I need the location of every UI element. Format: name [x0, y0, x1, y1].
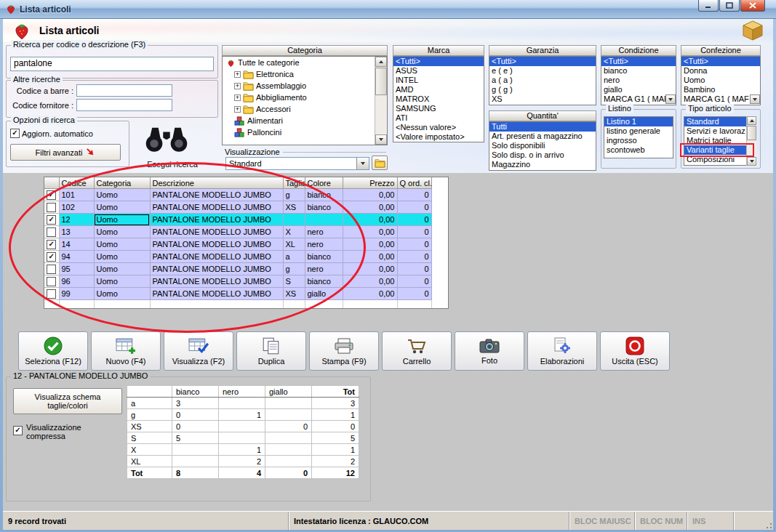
list-item[interactable]: Matrici taglie	[684, 136, 746, 145]
list-item[interactable]: SAMSUNG	[393, 104, 484, 113]
list-item[interactable]: bianco	[601, 66, 676, 76]
column-header-colore[interactable]: Colore	[305, 177, 343, 189]
seleziona-button[interactable]: Seleziona (F12)	[18, 331, 88, 371]
marca-list[interactable]: <Tutti> ASUS INTEL AMD MATROX SAMSUNG AT…	[393, 56, 484, 142]
expand-icon[interactable]: +	[234, 83, 241, 89]
list-item[interactable]: Servizi e lavoraz	[684, 126, 746, 136]
open-folder-button[interactable]	[372, 156, 388, 170]
expand-icon[interactable]: +	[234, 106, 241, 113]
foto-button[interactable]: Foto	[455, 331, 524, 371]
condizione-dropdown-button[interactable]	[665, 94, 676, 104]
visualizza-button[interactable]: Visualizza (F2)	[164, 331, 233, 371]
list-item[interactable]: scontoweb	[604, 145, 673, 155]
column-header-descrizione[interactable]: Descrizione	[150, 177, 283, 189]
checkbox-column-header[interactable]	[44, 177, 59, 189]
list-item[interactable]: MATROX	[393, 94, 484, 104]
carrello-button[interactable]: Carrello	[382, 331, 452, 371]
table-row[interactable]: 96 Uomo PANTALONE MODELLO JUMBO S bianco…	[44, 275, 431, 288]
elaborazioni-button[interactable]: Elaborazioni	[527, 331, 597, 371]
minimize-button[interactable]	[698, 0, 719, 12]
list-item[interactable]: ATI	[393, 113, 484, 123]
execute-search-button[interactable]: Esegui ricerca	[125, 160, 220, 169]
list-item[interactable]: MARCA G1 ( MAF	[601, 94, 676, 104]
tree-item-abbigliamento[interactable]: + Abbigliamento	[223, 92, 387, 103]
list-item[interactable]: listino generale	[604, 126, 673, 136]
table-row[interactable]: 13 Uomo PANTALONE MODELLO JUMBO X nero 0…	[44, 226, 431, 238]
categoria-tree[interactable]: Tutte le categorie + Elettronica + Assem…	[222, 56, 388, 145]
list-item[interactable]: Uomo	[681, 76, 760, 85]
scroll-thumb[interactable]	[747, 126, 756, 140]
list-item[interactable]: a ( a )	[489, 76, 596, 85]
list-item[interactable]: Donna	[681, 66, 760, 76]
scroll-up-button[interactable]	[375, 57, 387, 67]
categoria-scrollbar[interactable]	[375, 57, 387, 145]
quantita-list[interactable]: Tutti Art. presenti a magazzino Solo dis…	[489, 121, 596, 171]
list-item[interactable]: ingrosso	[604, 136, 673, 145]
garanzia-list[interactable]: <Tutti> e ( e ) a ( a ) g ( g ) XS	[489, 56, 596, 105]
list-item[interactable]: Listino 1	[604, 117, 673, 126]
list-item[interactable]: INTEL	[393, 76, 484, 85]
column-header-qordcl[interactable]: Q ord. cl.	[397, 177, 431, 189]
articles-table-container[interactable]: Codice Categoria Descrizione Taglia Colo…	[44, 177, 449, 309]
tree-item-alimentari[interactable]: Alimentari	[223, 115, 387, 126]
list-item[interactable]: MARCA G1 ( MAF	[681, 94, 760, 104]
barcode-input[interactable]	[76, 84, 172, 97]
expand-icon[interactable]: +	[234, 71, 241, 78]
table-row[interactable]: 102 Uomo PANTALONE MODELLO JUMBO XS bian…	[44, 201, 431, 214]
row-checkbox[interactable]	[47, 203, 56, 212]
list-item[interactable]: e ( e )	[489, 66, 596, 76]
list-item[interactable]: Bambino	[681, 85, 760, 94]
list-item[interactable]: Tutti	[489, 122, 596, 132]
row-checkbox[interactable]: ✓	[47, 240, 56, 249]
table-row[interactable]: ✓ 94 Uomo PANTALONE MODELLO JUMBO a bian…	[44, 251, 431, 263]
list-item[interactable]: <Nessun valore>	[393, 123, 484, 132]
titlebar[interactable]: Lista articoli	[0, 0, 776, 19]
scroll-thumb[interactable]	[375, 68, 387, 95]
table-row[interactable]: ✓ 14 Uomo PANTALONE MODELLO JUMBO XL ner…	[44, 238, 431, 251]
table-row-selected[interactable]: ✓ 12 Uomo PANTALONE MODELLO JUMBO 0,00 0	[44, 214, 431, 226]
scroll-down-button[interactable]	[375, 134, 387, 145]
list-item[interactable]: Composizioni	[684, 155, 746, 164]
package-icon[interactable]	[742, 20, 764, 41]
tree-item-elettronica[interactable]: + Elettronica	[223, 68, 387, 80]
expand-icon[interactable]: +	[234, 94, 241, 101]
duplica-button[interactable]: Duplica	[236, 331, 306, 371]
stampa-button[interactable]: Stampa (F9)	[309, 331, 379, 371]
search-input[interactable]: pantalone	[10, 57, 214, 71]
list-item[interactable]: Magazzino	[489, 160, 596, 169]
list-item[interactable]: g ( g )	[489, 85, 596, 94]
list-item[interactable]: Art. presenti a magazzino	[489, 132, 596, 141]
auto-update-checkbox[interactable]: ✓	[10, 129, 20, 138]
row-checkbox[interactable]: ✓	[47, 252, 56, 262]
list-item[interactable]: <Valore impostato>	[393, 132, 484, 142]
schema-taglie-button[interactable]: Visualizza schema taglie/colori	[13, 388, 122, 414]
tipo-articolo-list[interactable]: Standard Servizi e lavoraz Matrici tagli…	[684, 116, 746, 166]
tree-item-all-categories[interactable]: Tutte le categorie	[223, 57, 387, 68]
listino-list[interactable]: Listino 1 listino generale ingrosso scon…	[604, 116, 673, 158]
row-checkbox[interactable]	[47, 227, 56, 237]
advanced-filters-button[interactable]: Filtri avanzati	[10, 144, 121, 161]
confezione-list[interactable]: <Tutti> Donna Uomo Bambino MARCA G1 ( MA…	[681, 56, 761, 105]
table-row[interactable]: ✓ 101 Uomo PANTALONE MODELLO JUMBO g bia…	[44, 189, 431, 201]
list-item[interactable]: ASUS	[393, 66, 484, 76]
row-checkbox[interactable]: ✓	[47, 215, 56, 225]
row-checkbox[interactable]	[47, 265, 56, 274]
dropdown-arrow-button[interactable]	[356, 158, 369, 169]
binoculars-icon[interactable]	[143, 122, 191, 154]
row-checkbox[interactable]	[47, 277, 56, 286]
list-item[interactable]: AMD	[393, 85, 484, 94]
column-header-categoria[interactable]: Categoria	[94, 177, 150, 189]
list-item[interactable]: <Tutti>	[489, 57, 596, 66]
tree-item-palloncini[interactable]: Palloncini	[223, 126, 387, 138]
tree-item-accessori[interactable]: + Accessori	[223, 103, 387, 115]
list-item[interactable]: XS	[489, 94, 596, 104]
row-checkbox[interactable]	[47, 289, 56, 299]
compressed-checkbox[interactable]: ✓	[13, 426, 23, 435]
column-header-taglia[interactable]: Taglia	[283, 177, 305, 189]
nuovo-button[interactable]: Nuovo (F4)	[91, 331, 161, 371]
scroll-up-button[interactable]	[747, 116, 756, 125]
tree-item-assemblaggio[interactable]: + Assemblaggio	[223, 80, 387, 92]
list-item[interactable]: nero	[601, 76, 676, 85]
scroll-down-button[interactable]	[747, 157, 756, 166]
visualizzazione-dropdown[interactable]: Standard	[225, 157, 369, 170]
